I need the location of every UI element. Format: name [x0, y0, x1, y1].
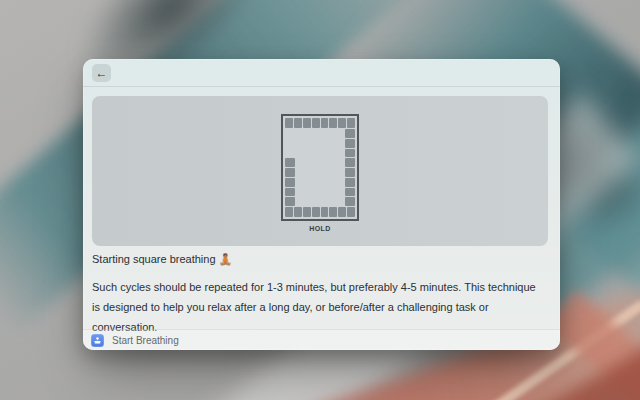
square-segment-bottom	[294, 207, 302, 217]
window-header: ←	[83, 59, 560, 87]
square-segment-top	[321, 118, 329, 128]
square-segment-bottom	[285, 207, 293, 217]
visualizer-panel: HOLD	[92, 96, 548, 246]
desktop-wallpaper: ← HOLD Starting square breathing 🧘🏽 Such…	[0, 0, 640, 400]
square-segment-right	[345, 168, 355, 177]
square-segment-top	[338, 118, 346, 128]
meditating-person-icon	[93, 336, 102, 345]
square-segment-right	[345, 149, 355, 158]
square-segment-right	[345, 178, 355, 187]
square-segment-left	[285, 149, 295, 158]
square-segment-bottom	[338, 207, 346, 217]
square-segment-bottom	[347, 207, 355, 217]
square-side-top	[285, 118, 355, 128]
back-arrow-icon: ←	[96, 67, 108, 79]
square-segment-top	[347, 118, 355, 128]
square-segment-left	[285, 129, 295, 138]
phase-label: HOLD	[92, 225, 548, 232]
square-segment-top	[312, 118, 320, 128]
square-segment-left	[285, 178, 295, 187]
square-segment-top	[329, 118, 337, 128]
square-segment-top	[294, 118, 302, 128]
square-segment-right	[345, 158, 355, 167]
breathing-app-icon	[91, 334, 104, 347]
back-button[interactable]: ←	[92, 64, 111, 82]
square-segment-left	[285, 188, 295, 197]
square-segment-left	[285, 168, 295, 177]
square-segment-bottom	[321, 207, 329, 217]
start-breathing-row[interactable]: Start Breathing	[83, 329, 560, 350]
square-segment-bottom	[303, 207, 311, 217]
breathing-square	[281, 114, 359, 221]
square-segment-right	[345, 197, 355, 206]
square-segment-top	[285, 118, 293, 128]
square-segment-right	[345, 188, 355, 197]
square-segment-right	[345, 129, 355, 138]
square-segment-right	[345, 139, 355, 148]
start-breathing-label: Start Breathing	[112, 335, 179, 346]
message-content: Starting square breathing 🧘🏽 Such cycles…	[92, 252, 544, 337]
square-segment-bottom	[312, 207, 320, 217]
square-segment-top	[303, 118, 311, 128]
square-segment-bottom	[329, 207, 337, 217]
message-heading: Starting square breathing 🧘🏽	[92, 252, 544, 266]
square-segment-left	[285, 139, 295, 148]
square-side-left	[285, 129, 295, 206]
square-segment-left	[285, 158, 295, 167]
app-window: ← HOLD Starting square breathing 🧘🏽 Such…	[83, 59, 560, 350]
square-side-bottom	[285, 207, 355, 217]
message-body: Such cycles should be repeated for 1-3 m…	[92, 277, 544, 337]
square-segment-left	[285, 197, 295, 206]
square-side-right	[345, 129, 355, 206]
